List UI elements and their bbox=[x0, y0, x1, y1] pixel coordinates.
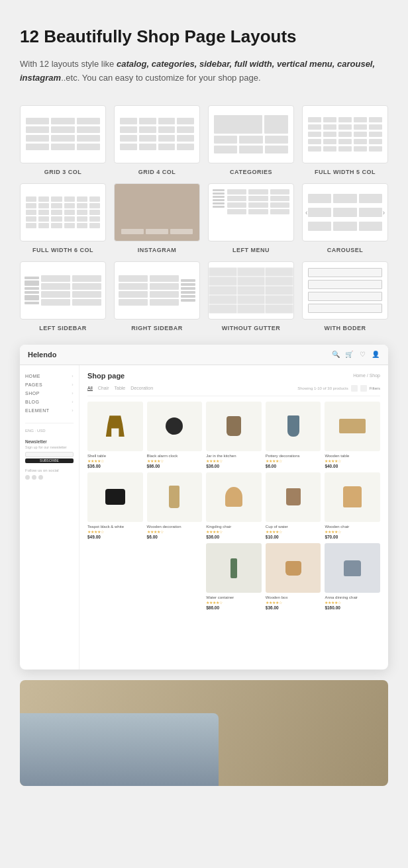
product-card-5[interactable]: Wooden table ★★★★☆ $40.00 bbox=[325, 402, 380, 468]
products-grid-row2: Teapot black & white ★★★★☆ $49.00 Wooden… bbox=[87, 472, 380, 539]
product-card-2[interactable]: Black alarm clock ★★★★☆ $86.00 bbox=[147, 402, 203, 468]
layout-grid4[interactable]: GRID 4 COL bbox=[114, 105, 200, 175]
product-price-3: $36.00 bbox=[206, 464, 262, 468]
preview-block bbox=[41, 299, 70, 306]
product-card-10[interactable]: Wooden chair ★★★★☆ $70.00 bbox=[325, 472, 380, 539]
grid-view-button[interactable] bbox=[351, 385, 358, 392]
layout-preview-rightsidebar bbox=[114, 261, 200, 320]
layout-rightsidebar[interactable]: RIGHT SIDEBAR bbox=[114, 261, 200, 331]
product-price-13: $36.00 bbox=[266, 605, 321, 610]
layout-categories[interactable]: CATEGORIES bbox=[208, 105, 294, 175]
tab-filter-all[interactable]: All bbox=[87, 386, 93, 391]
preview-block bbox=[150, 283, 179, 290]
sidebar-line bbox=[181, 295, 195, 298]
clock-shape bbox=[166, 417, 183, 435]
preview-block bbox=[237, 295, 266, 304]
product-card-9[interactable]: Cup of water ★★★★☆ $10.00 bbox=[266, 472, 321, 539]
layout-fullwidth6[interactable]: FULL WIDTH 6 COL bbox=[20, 183, 106, 253]
newsletter-input[interactable] bbox=[25, 452, 74, 457]
preview-block bbox=[170, 229, 193, 234]
instagram-icon[interactable] bbox=[38, 475, 43, 480]
facebook-icon[interactable] bbox=[25, 475, 30, 480]
layout-withoutgutter[interactable]: WITHOUT GUTTER bbox=[208, 261, 294, 331]
twitter-icon[interactable] bbox=[32, 475, 36, 480]
cart-icon[interactable]: 🛒 bbox=[344, 350, 354, 359]
product-card-4[interactable]: Pottery decorations ★★★★☆ $6.00 bbox=[266, 402, 321, 468]
nav-item-blog[interactable]: BLOG › bbox=[25, 398, 74, 406]
preview-block bbox=[51, 196, 62, 202]
preview-block bbox=[308, 117, 321, 122]
layout-grid3[interactable]: GRID 3 COL bbox=[20, 105, 106, 175]
menu-line bbox=[213, 206, 225, 208]
layout-fullwidth5[interactable]: FULL WIDTH 5 COL bbox=[302, 105, 388, 175]
preview-block bbox=[139, 144, 156, 150]
preview-block bbox=[77, 196, 87, 202]
preview-block bbox=[26, 126, 49, 133]
product-stars-2: ★★★★☆ bbox=[147, 458, 203, 463]
layout-carousel[interactable]: ‹ › CAROUSEL bbox=[302, 183, 388, 253]
preview-block bbox=[120, 126, 137, 133]
preview-block bbox=[77, 144, 100, 150]
preview-block bbox=[158, 135, 176, 142]
product-name-1: Shell table bbox=[87, 454, 143, 458]
preview-block bbox=[121, 229, 144, 234]
teapot-shape bbox=[105, 489, 125, 505]
preview-block bbox=[158, 144, 176, 150]
tab-filters: All Chair Table Decoration bbox=[87, 386, 153, 391]
preview-block bbox=[77, 126, 100, 133]
tab-filter-decoration[interactable]: Decoration bbox=[130, 386, 153, 391]
preview-block bbox=[38, 196, 49, 202]
preview-block bbox=[150, 275, 179, 282]
preview-block bbox=[119, 275, 148, 282]
product-img-armchair bbox=[325, 543, 380, 593]
search-icon[interactable]: 🔍 bbox=[331, 350, 340, 359]
demo-browser-mockup: Helendo 🔍 🛒 ♡ 👤 HOME › PAGES › bbox=[20, 345, 388, 670]
product-stars-14: ★★★★☆ bbox=[325, 600, 380, 605]
layout-label-leftmenu: LEFT MENU bbox=[232, 247, 270, 253]
drawer-panel-blue bbox=[20, 713, 219, 786]
menu-line bbox=[213, 199, 225, 201]
preview-block bbox=[150, 299, 179, 306]
preview-block bbox=[214, 146, 237, 153]
preview-block bbox=[308, 194, 331, 203]
preview-block bbox=[264, 115, 288, 134]
preview-block bbox=[51, 223, 62, 228]
newsletter-submit[interactable]: SUBSCRIBE bbox=[25, 458, 74, 463]
product-card-6[interactable]: Teapot black & white ★★★★☆ $49.00 bbox=[87, 472, 143, 539]
tab-filter-chair[interactable]: Chair bbox=[98, 386, 109, 391]
user-icon[interactable]: 👤 bbox=[371, 350, 380, 359]
preview-block bbox=[26, 223, 36, 228]
layout-instagram[interactable]: INSTAGRAM bbox=[114, 183, 200, 253]
product-card-3[interactable]: Jar in the kitchen ★★★★☆ $36.00 bbox=[206, 402, 262, 468]
product-card-14[interactable]: Anna dinning chair ★★★★☆ $160.00 bbox=[325, 543, 380, 610]
product-name-6: Teapot black & white bbox=[87, 525, 143, 529]
nav-item-shop[interactable]: SHOP › bbox=[25, 389, 74, 398]
layout-leftsidebar[interactable]: LEFT SIDEBAR bbox=[20, 261, 106, 331]
nav-item-element[interactable]: ELEMENT › bbox=[25, 406, 74, 415]
preview-block bbox=[177, 144, 194, 150]
chair-shape bbox=[106, 415, 125, 437]
filters-button[interactable]: Filters bbox=[370, 386, 380, 390]
layout-withborder[interactable]: WITH BODER bbox=[302, 261, 388, 331]
product-card-12[interactable]: Water container ★★★★☆ $86.00 bbox=[206, 543, 262, 610]
nogutter-row bbox=[209, 267, 293, 277]
layout-leftmenu[interactable]: LEFT MENU bbox=[208, 183, 294, 253]
list-view-button[interactable] bbox=[360, 385, 367, 392]
nogutter-row bbox=[209, 295, 293, 304]
layout-preview-categories bbox=[208, 105, 294, 163]
wood-chair-shape bbox=[343, 486, 362, 507]
shop-page-title: Shop page bbox=[87, 372, 125, 380]
shop-toolbar: All Chair Table Decoration Showing 1-10 … bbox=[87, 385, 380, 396]
product-card-1[interactable]: Shell table ★★★★☆ $36.00 bbox=[87, 402, 143, 468]
nav-item-home[interactable]: HOME › bbox=[25, 372, 74, 380]
nogutter-row bbox=[209, 304, 293, 314]
nav-item-pages[interactable]: PAGES › bbox=[25, 380, 74, 389]
preview-block bbox=[270, 209, 289, 214]
product-price-10: $70.00 bbox=[325, 535, 380, 539]
preview-block bbox=[72, 275, 101, 282]
product-card-13[interactable]: Wooden box ★★★★☆ $36.00 bbox=[266, 543, 321, 610]
tab-filter-table[interactable]: Table bbox=[115, 386, 126, 391]
wishlist-icon[interactable]: ♡ bbox=[358, 350, 367, 359]
product-card-8[interactable]: Kingding chair ★★★★☆ $36.00 bbox=[206, 472, 262, 539]
product-card-7[interactable]: Wooden decoration ★★★★☆ $6.00 bbox=[147, 472, 203, 539]
